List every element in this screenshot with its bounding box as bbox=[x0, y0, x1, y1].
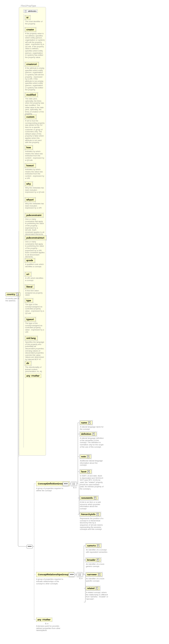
any-element[interactable]: any ##other bbox=[36, 618, 52, 622]
attr-howuri[interactable]: howuri bbox=[25, 164, 36, 168]
attr-qcode[interactable]: qcode bbox=[25, 258, 35, 262]
desc-id: The local identifier of the property. bbox=[25, 21, 45, 25]
collapse-icon[interactable]: − bbox=[16, 293, 19, 296]
attr-pubconstrainturi[interactable]: pubconstrainturi bbox=[25, 236, 46, 240]
desc-definition: A natural language definition of the sem… bbox=[80, 437, 104, 448]
element-remoteinfo[interactable]: remoteInfo+ bbox=[80, 496, 98, 500]
element-facet[interactable]: facet+ bbox=[80, 470, 92, 474]
desc-any-element: Extension point for provider-defined pro… bbox=[36, 625, 61, 632]
attr-how[interactable]: how bbox=[25, 146, 33, 150]
desc-howuri: Indicates by which means the value was e… bbox=[25, 169, 45, 179]
attr-xmllang[interactable]: xml:lang bbox=[25, 336, 37, 340]
choice-rel[interactable] bbox=[77, 573, 83, 577]
choice-def[interactable] bbox=[71, 482, 77, 486]
desc-creatoruri: If the attribute is empty, specifies whi… bbox=[25, 67, 45, 91]
desc-broader: An identifier of a more generic concept. bbox=[86, 563, 110, 567]
expand-icon[interactable]: + bbox=[87, 455, 89, 458]
element-note[interactable]: note+ bbox=[80, 455, 91, 459]
desc-literal: A free-text value assigned as property v… bbox=[25, 290, 45, 296]
desc-uri: A URI which identifies a concept. bbox=[25, 277, 45, 281]
desc-facet: In NAR 1.8 and later, facet is deprecate… bbox=[80, 475, 104, 490]
expand-icon[interactable]: + bbox=[92, 433, 95, 435]
desc-group-def: A group of properties required to define… bbox=[36, 487, 64, 492]
desc-country: A country part of the address. bbox=[6, 298, 20, 302]
attr-typeuri[interactable]: typeuri bbox=[25, 317, 36, 321]
attr-type[interactable]: type bbox=[25, 299, 33, 303]
attr-whyuri[interactable]: whyuri bbox=[25, 198, 35, 202]
desc-qcode: A qualified code which identifies a conc… bbox=[25, 263, 45, 268]
desc-sameas: An identifier of a concept with equivale… bbox=[86, 549, 110, 553]
expand-icon[interactable]: + bbox=[87, 470, 90, 473]
expand-icon[interactable]: + bbox=[96, 513, 99, 516]
desc-pubconstraint: One or many constraints that apply to pu… bbox=[25, 218, 45, 236]
expand-icon[interactable]: + bbox=[98, 573, 100, 576]
attr-id[interactable]: id bbox=[25, 16, 30, 20]
expand-icon[interactable]: + bbox=[94, 497, 96, 499]
desc-typeuri: The type of the concept assigned as cont… bbox=[25, 322, 45, 333]
desc-related: A related concept, where the relationshi… bbox=[86, 592, 110, 600]
desc-narrower: An identifier of a more specific concept… bbox=[86, 578, 110, 582]
attr-pubconstraint[interactable]: pubconstraint bbox=[25, 213, 43, 217]
desc-hierarchyinfo: Represents the position of a concept in … bbox=[80, 518, 104, 531]
attr-literal[interactable]: literal bbox=[25, 285, 34, 289]
desc-xmllang: Specifies the language of this property … bbox=[25, 341, 45, 361]
sequence-rel[interactable] bbox=[69, 573, 75, 577]
attr-uri[interactable]: uri bbox=[25, 272, 31, 276]
expand-icon[interactable]: + bbox=[97, 559, 99, 561]
desc-group-rel: A group of properties required to indica… bbox=[36, 578, 64, 585]
sequence-def[interactable] bbox=[63, 482, 69, 486]
expand-icon[interactable]: + bbox=[97, 544, 99, 547]
attr-why[interactable]: why bbox=[25, 182, 33, 186]
element-name[interactable]: name+ bbox=[80, 421, 92, 425]
desc-pubconstrainturi: One or many constraints that apply to pu… bbox=[25, 241, 45, 258]
desc-note: Additional natural language information … bbox=[80, 460, 104, 466]
occur-any: 0..∞ bbox=[45, 623, 48, 624]
type-name: Flex1PropType bbox=[21, 5, 36, 7]
element-broader[interactable]: broader+ bbox=[86, 558, 101, 562]
desc-dir: The directionality of textual content (e… bbox=[25, 366, 45, 373]
schema-diagram: Flex1PropType attributes country − A cou… bbox=[3, 3, 169, 644]
element-narrower[interactable]: narrower+ bbox=[86, 573, 102, 577]
attr-modified[interactable]: modified bbox=[25, 93, 38, 97]
desc-why: Why the metadata has been included - exp… bbox=[25, 187, 45, 193]
desc-type: The type of the concept assigned as cont… bbox=[25, 304, 45, 314]
attr-dir[interactable]: dir bbox=[25, 361, 31, 365]
desc-name: A natural language name for the concept. bbox=[80, 426, 104, 430]
desc-modified: The date (and, optionally, the time) whe… bbox=[25, 98, 45, 115]
desc-custom: If set to true the corresponding propert… bbox=[25, 120, 45, 144]
expand-icon[interactable]: + bbox=[96, 587, 98, 590]
element-related[interactable]: related+ bbox=[86, 586, 100, 590]
desc-how: Indicates by which means the value was e… bbox=[25, 151, 45, 161]
element-sameas[interactable]: sameAs+ bbox=[86, 544, 101, 548]
attributes-icon bbox=[25, 10, 27, 12]
group-conceptrelationships[interactable]: ConceptRelationshipsGroup − bbox=[36, 572, 74, 577]
element-country[interactable]: country − bbox=[6, 292, 20, 296]
desc-creator: If the property value is not defined, sp… bbox=[25, 33, 45, 59]
any-attribute[interactable]: any ##other bbox=[25, 374, 41, 378]
expand-icon[interactable]: + bbox=[88, 421, 91, 424]
element-hierarchyinfo[interactable]: hierarchyInfo+ bbox=[80, 512, 101, 516]
attributes-header: attributes bbox=[23, 10, 38, 13]
element-definition[interactable]: definition+ bbox=[80, 432, 97, 436]
sequence-main[interactable] bbox=[27, 545, 33, 549]
attr-creatoruri[interactable]: creatoruri bbox=[25, 62, 39, 66]
attr-custom[interactable]: custom bbox=[25, 115, 36, 119]
desc-whyuri: Why the metadata has been included - exp… bbox=[25, 203, 45, 209]
attr-creator[interactable]: creator bbox=[25, 28, 36, 32]
desc-remoteinfo: A link to an item or a web resource whic… bbox=[80, 501, 104, 510]
